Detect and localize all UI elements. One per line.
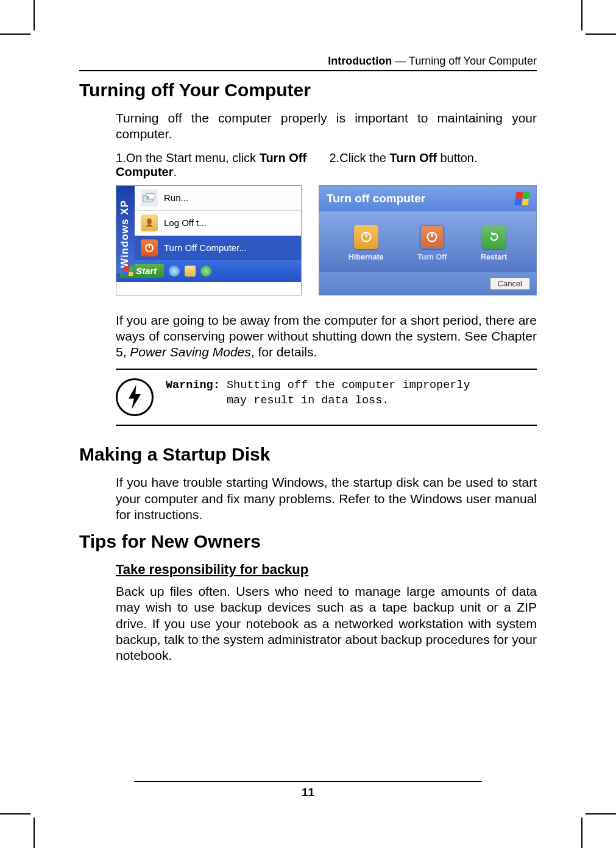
step-1: 1.On the Start menu, click Turn Off Comp… xyxy=(116,151,324,179)
step-2: 2.Click the Turn Off button. xyxy=(330,151,537,179)
page-footer: 11 xyxy=(79,781,537,799)
menu-item-turnoff-label: Turn Off Computer... xyxy=(164,242,247,253)
media-player-icon[interactable] xyxy=(200,266,211,277)
menu-item-logoff-label: Log Off t... xyxy=(164,217,207,228)
warning-callout: Warning: Shutting off the computer impro… xyxy=(116,369,537,426)
running-head-section: Introduction xyxy=(328,55,392,67)
heading-turning-off: Turning off Your Computer xyxy=(79,80,537,101)
menu-item-run-label: Run... xyxy=(164,193,188,203)
restart-icon xyxy=(482,225,506,249)
cancel-button[interactable]: Cancel xyxy=(490,277,530,290)
power-icon xyxy=(141,239,158,256)
hibernate-icon xyxy=(354,225,378,249)
subheading-backup: Take responsibility for backup xyxy=(116,562,537,578)
heading-startup-disk: Making a Startup Disk xyxy=(79,444,537,465)
paragraph-away: If you are going to be away from the com… xyxy=(116,313,537,361)
steps-row: 1.On the Start menu, click Turn Off Comp… xyxy=(116,151,537,179)
menu-item-run[interactable]: Run... xyxy=(135,186,301,210)
option-turnoff-label: Turn Off xyxy=(417,253,447,261)
option-turnoff[interactable]: Turn Off xyxy=(417,225,447,261)
lightning-icon xyxy=(116,378,154,416)
paragraph-turnoff-intro: Turning off the computer properly is imp… xyxy=(116,110,537,143)
page-number: 11 xyxy=(79,786,537,799)
windows-flag-icon xyxy=(514,192,529,205)
paragraph-startup: If you have trouble starting Windows, th… xyxy=(116,475,537,523)
option-restart[interactable]: Restart xyxy=(481,225,507,261)
ie-icon[interactable] xyxy=(169,266,180,277)
menu-item-turnoff[interactable]: Turn Off Computer... xyxy=(135,235,301,260)
paragraph-backup: Back up files often. Users who need to m… xyxy=(116,584,537,663)
run-icon xyxy=(141,189,158,207)
dialog-title-bar: Turn off computer xyxy=(319,186,536,211)
windows-xp-rail: Windows XP xyxy=(116,186,135,273)
start-button-label: Start xyxy=(136,266,157,276)
taskbar: Start xyxy=(116,260,301,282)
running-head-topic: Turning off Your Computer xyxy=(409,55,537,67)
option-hibernate[interactable]: Hibernate xyxy=(349,225,384,261)
screenshot-start-menu: Windows XP Run... Log Off t... xyxy=(116,185,302,295)
heading-tips: Tips for New Owners xyxy=(79,531,537,552)
warning-text: Warning: Shutting off the computer impro… xyxy=(166,378,470,416)
running-head: Introduction — Turning off Your Computer xyxy=(79,55,537,71)
logoff-icon xyxy=(141,214,158,231)
menu-item-logoff[interactable]: Log Off t... xyxy=(135,210,301,235)
start-button[interactable]: Start xyxy=(120,264,164,278)
dialog-title: Turn off computer xyxy=(327,192,425,205)
option-hibernate-label: Hibernate xyxy=(349,253,384,261)
windows-flag-icon xyxy=(123,266,134,276)
turnoff-icon xyxy=(420,225,444,249)
screenshot-turnoff-dialog: Turn off computer Hibernate Turn xyxy=(319,185,537,295)
explorer-icon[interactable] xyxy=(185,266,196,277)
option-restart-label: Restart xyxy=(481,253,507,261)
